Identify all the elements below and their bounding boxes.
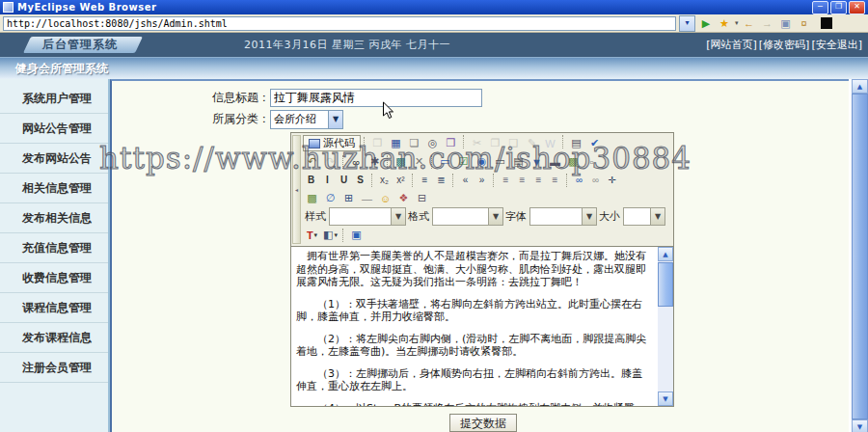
editor-text-area[interactable]: 拥有世界第一美腿美誉的人不是超模吉赛尔，而是拉丁舞后汉娜。她没有超然的身高，双腿…	[291, 246, 673, 406]
form-button[interactable]: ▭	[436, 153, 454, 170]
scroll-up-icon[interactable]: ▲	[852, 79, 868, 94]
sidebar-item-publish-related-info[interactable]: 发布相关信息	[0, 203, 108, 233]
redo-button[interactable]: ↷	[321, 153, 339, 170]
textarea-button[interactable]: ▤	[509, 153, 528, 170]
replace-button[interactable]: ✱	[366, 153, 384, 170]
forward-button[interactable]: →	[760, 16, 775, 31]
print-button[interactable]: ▤	[567, 135, 585, 151]
unlink-button[interactable]: ∞	[587, 172, 604, 188]
scroll-down-icon[interactable]: ▼	[852, 419, 868, 432]
page-scrollbar[interactable]: ▲ ▼	[849, 79, 868, 432]
maximize-button[interactable]: ❐	[830, 1, 847, 14]
chevron-down-icon[interactable]: ▼	[328, 111, 342, 128]
paste-word-button[interactable]: W	[541, 135, 559, 151]
minimize-button[interactable]: ─	[812, 1, 828, 14]
outdent-button[interactable]: «	[457, 172, 474, 188]
sidebar-item-fee-info-manage[interactable]: 收费信息管理	[0, 263, 108, 293]
sidebar-item-announcement-manage[interactable]: 网站公告管理	[0, 114, 108, 144]
bold-button[interactable]: B	[303, 172, 319, 188]
editor-scrollbar[interactable]: ▲ ▼	[658, 247, 673, 406]
radio-button[interactable]: ◉	[473, 153, 491, 170]
submit-data-button[interactable]: 提交数据	[449, 414, 517, 432]
toolbar-collapse-handle[interactable]: ◂	[292, 135, 301, 244]
horizontal-rule-button[interactable]: —	[358, 190, 376, 206]
link-button[interactable]: ∞	[571, 172, 587, 188]
button-field-button[interactable]: ▬	[546, 153, 564, 170]
category-select[interactable]: 会所介绍 ▼	[270, 110, 343, 129]
align-center-button[interactable]: ≡	[514, 172, 530, 188]
superscript-button[interactable]: x²	[393, 172, 409, 188]
subscript-button[interactable]: x₂	[376, 172, 393, 188]
align-left-button[interactable]: ≡	[498, 172, 514, 188]
find-button[interactable]: ∞	[347, 153, 366, 170]
unordered-list-button[interactable]: ≣	[433, 172, 449, 188]
window-icon[interactable]: ▣	[778, 16, 794, 31]
go-button[interactable]: ▶	[698, 16, 714, 31]
close-button[interactable]: ✕	[849, 1, 865, 14]
underline-button[interactable]: U	[336, 172, 352, 188]
scroll-down-icon[interactable]: ▼	[658, 392, 673, 406]
image-button-button[interactable]: ▩	[564, 153, 583, 170]
text-field-button[interactable]: ▭	[491, 153, 509, 170]
checkbox-button[interactable]: ☑	[454, 153, 473, 170]
table-button[interactable]: ⊞	[339, 190, 358, 206]
cut-button[interactable]: ✂	[468, 135, 486, 151]
link-logout[interactable]: [安全退出]	[811, 38, 862, 52]
key-icon[interactable]: ¤	[797, 16, 812, 31]
indent-button[interactable]: »	[474, 172, 490, 188]
align-right-button[interactable]: ≡	[530, 172, 547, 188]
align-justify-button[interactable]: ≡	[547, 172, 563, 188]
special-char-button[interactable]: ❖	[394, 190, 413, 206]
address-input[interactable]	[3, 16, 676, 31]
favorites-icon[interactable]: ★	[717, 16, 732, 31]
anchor-button[interactable]: ✛	[604, 172, 620, 188]
select-field-button[interactable]: ▼	[528, 153, 546, 170]
scrollbar-track[interactable]	[658, 307, 673, 392]
copy-button[interactable]: ❐	[486, 135, 504, 151]
format-combo[interactable]: ▼	[432, 207, 503, 226]
docprops-button[interactable]: ❐	[368, 135, 387, 151]
ordered-list-button[interactable]: ≡	[417, 172, 433, 188]
sidebar-item-course-info-manage[interactable]: 课程信息管理	[0, 293, 108, 323]
paste-button[interactable]: ❑	[504, 135, 523, 151]
text-color-button[interactable]: T▾	[303, 227, 321, 243]
sidebar-item-related-info-manage[interactable]: 相关信息管理	[0, 174, 108, 203]
image-button[interactable]: ▩	[303, 190, 321, 206]
select-all-button[interactable]: ▩	[392, 153, 410, 170]
strikethrough-button[interactable]: S	[352, 172, 368, 188]
link-site-home[interactable]: [网站首页]	[706, 38, 757, 52]
undo-button[interactable]: ↶	[303, 153, 321, 170]
save-button[interactable]: ▦	[387, 135, 405, 151]
redo-icon: ↷	[326, 155, 335, 168]
flash-button[interactable]: ∅	[321, 190, 339, 206]
smiley-button[interactable]: ☺	[376, 190, 394, 206]
page-break-button[interactable]: ⊟	[413, 190, 431, 206]
sidebar-item-member-manage[interactable]: 注册会员管理	[0, 353, 108, 383]
source-button[interactable]: 源代码	[303, 135, 361, 151]
hidden-field-button[interactable]: ▫	[583, 153, 601, 170]
templates-button[interactable]: ❒	[442, 135, 460, 151]
bg-color-button[interactable]: ◧▾	[321, 227, 339, 243]
info-title-input[interactable]	[270, 89, 482, 107]
address-dropdown-icon[interactable]: ▾	[679, 15, 695, 32]
preview-button[interactable]: ◎	[423, 135, 442, 151]
scroll-up-icon[interactable]: ▲	[658, 247, 673, 261]
remove-format-button[interactable]: ✕	[410, 153, 428, 170]
sidebar-item-system-users[interactable]: 系统用户管理	[0, 84, 108, 114]
font-combo[interactable]: ▼	[529, 207, 597, 226]
style-combo[interactable]: ▼	[329, 207, 406, 226]
fit-window-button[interactable]: ▣	[347, 227, 366, 243]
size-combo[interactable]: ▼	[623, 207, 665, 226]
link-change-password[interactable]: [修改密码]	[759, 38, 810, 52]
sidebar-item-publish-course-info[interactable]: 发布课程信息	[0, 323, 108, 353]
paste-text-button[interactable]: ✎	[523, 135, 541, 151]
new-page-button[interactable]: ❏	[405, 135, 423, 151]
sidebar-item-recharge-info-manage[interactable]: 充值信息管理	[0, 233, 108, 263]
spellcheck-button[interactable]: ✔	[585, 135, 604, 151]
italic-button[interactable]: I	[319, 172, 336, 188]
page-scrollbar-thumb[interactable]	[852, 94, 868, 419]
favorites-caret-icon[interactable]: ▾	[735, 19, 739, 27]
back-button[interactable]: ←	[742, 16, 757, 31]
scrollbar-thumb[interactable]	[658, 262, 673, 307]
sidebar-item-publish-announcement[interactable]: 发布网站公告	[0, 144, 108, 174]
